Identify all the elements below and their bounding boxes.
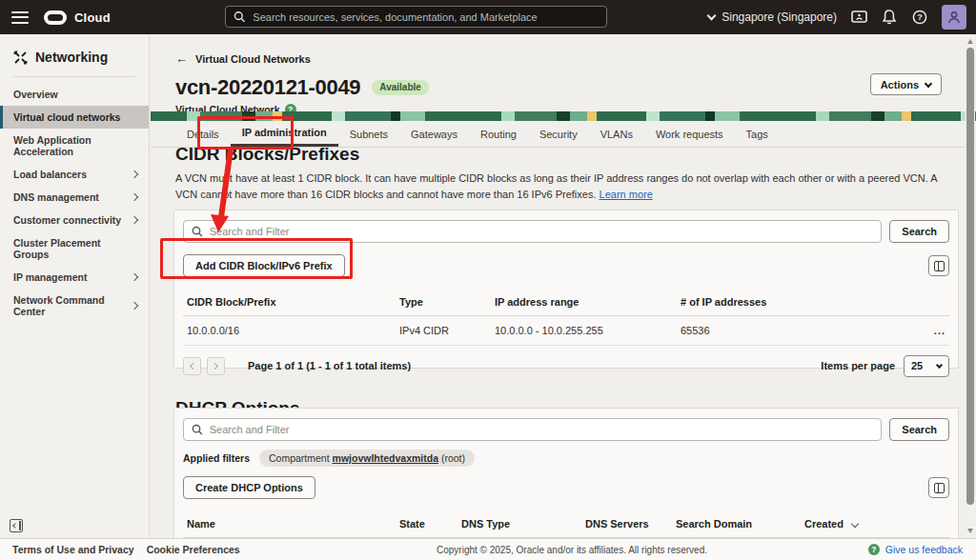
dhcp-table: Name State DNS Type DNS Servers Search D… [183,510,949,538]
dhcp-search-input[interactable] [210,424,874,435]
sidebar-item-customer-connectivity[interactable]: Customer connectivity [0,209,149,231]
sidebar-title: Networking [35,50,108,65]
manage-columns-button[interactable] [928,255,949,276]
tab-security[interactable]: Security [528,121,589,147]
dhcp-card: Search Applied filters Compartment mwjov… [173,408,959,538]
col-header-state: State [396,510,458,538]
tab-details[interactable]: Details [175,121,231,147]
col-header-cidr: CIDR Block/Prefix [183,289,396,316]
search-icon [234,10,245,23]
cell-cidr: 10.0.0.0/16 [183,316,396,346]
chevron-down-icon [936,361,943,368]
cidr-table-header-row: CIDR Block/Prefix Type IP address range … [183,289,949,316]
sidebar-item-dns-management[interactable]: DNS management [0,186,149,209]
cell-type: IPv4 CIDR [396,316,491,346]
decorative-banner [151,111,976,121]
sort-chevron-icon [851,520,859,528]
sidebar-item-cluster-placement-groups[interactable]: Cluster Placement Groups [0,231,149,266]
svg-text:?: ? [917,12,923,22]
tab-routing[interactable]: Routing [469,121,528,147]
chevron-right-icon [212,362,218,369]
next-page-button[interactable] [207,357,225,375]
sidebar-collapse-icon[interactable] [10,519,23,532]
cidr-search-filter[interactable] [183,220,882,243]
col-header-dns-type: DNS Type [458,510,581,538]
tab-ip-administration[interactable]: IP administration [231,121,338,147]
search-icon [192,424,203,435]
scroll-down-arrow[interactable] [967,529,973,533]
copyright-text: Copyright © 2025, Oracle and/or its affi… [437,545,707,555]
page-title: vcn-20220121-0049 [175,75,360,100]
chevron-right-icon [131,193,138,201]
feedback-help-icon: ? [868,544,880,555]
col-header-name: Name [183,510,396,538]
help-icon[interactable]: ? [911,9,928,26]
sidebar-item-overview[interactable]: Overview [0,83,149,106]
region-selector[interactable]: Singapore (Singapore) [708,10,837,24]
table-row: 10.0.0.0/16 IPv4 CIDR 10.0.0.0 - 10.0.25… [183,316,949,346]
items-per-page-label: Items per page [821,360,895,371]
learn-more-link[interactable]: Learn more [600,189,653,200]
logo-label: Cloud [74,10,111,25]
cookie-preferences-link[interactable]: Cookie Preferences [147,544,240,555]
tab-vlans[interactable]: VLANs [589,121,644,147]
scroll-up-arrow[interactable] [967,39,973,44]
dhcp-table-header-row: Name State DNS Type DNS Servers Search D… [183,510,949,538]
tab-gateways[interactable]: Gateways [399,121,469,147]
prev-page-button[interactable] [183,357,201,375]
col-header-dns-servers: DNS Servers [581,510,672,538]
cidr-search-input[interactable] [210,226,874,237]
global-search-input[interactable] [253,11,599,23]
divider [13,76,135,77]
columns-icon [934,483,945,493]
compartment-filter-chip[interactable]: Compartment mwjovwlhtedvaxmitda (root) [259,450,475,467]
terms-link[interactable]: Terms of Use and Privacy [12,544,134,555]
cidr-section-description: A VCN must have at least 1 CIDR block. I… [175,170,942,202]
oracle-o-icon [44,10,67,25]
tab-tags[interactable]: Tags [735,121,780,147]
announcements-icon[interactable] [850,9,867,26]
give-feedback-link[interactable]: Give us feedback [885,544,963,555]
chevron-right-icon [131,216,138,224]
main-content: ← Virtual Cloud Networks vcn-20220121-00… [151,34,976,538]
back-arrow-icon: ← [175,51,188,66]
col-header-type: Type [396,289,491,316]
sidebar-item-load-balancers[interactable]: Load balancers [0,163,149,186]
user-avatar[interactable] [942,5,966,30]
chevron-down-icon [925,79,932,87]
chevron-right-icon [131,273,138,281]
search-icon [192,226,203,237]
tab-work-requests[interactable]: Work requests [644,121,735,147]
create-dhcp-options-button[interactable]: Create DHCP Options [183,476,315,499]
col-header-ip-count: # of IP addresses [677,289,886,316]
vertical-scrollbar[interactable] [966,36,975,536]
dhcp-search-button[interactable]: Search [889,418,949,441]
networking-icon [13,50,28,65]
tab-subnets[interactable]: Subnets [338,121,399,147]
items-per-page-select[interactable]: 25 [904,355,949,377]
sidebar-item-web-application-acceleration[interactable]: Web Application Acceleration [0,129,149,163]
breadcrumb[interactable]: ← Virtual Cloud Networks [175,51,976,66]
row-actions-menu[interactable]: ... [886,316,949,346]
col-header-search-domain: Search Domain [672,510,801,538]
manage-columns-button[interactable] [928,477,949,498]
cidr-search-button[interactable]: Search [889,220,949,243]
dhcp-search-filter[interactable] [183,418,882,441]
sidebar-item-ip-management[interactable]: IP management [0,266,149,289]
hamburger-menu-icon[interactable] [11,11,29,24]
sidebar-item-virtual-cloud-networks[interactable]: Virtual cloud networks [0,106,149,129]
oracle-cloud-logo[interactable]: Cloud [44,10,111,25]
scrollbar-thumb[interactable] [966,48,974,505]
sidebar-item-network-command-center[interactable]: Network Command Center [0,289,149,323]
chevron-right-icon [131,170,138,178]
region-label: Singapore (Singapore) [722,10,837,24]
notifications-bell-icon[interactable] [881,9,898,26]
top-bar: Cloud Singapore (Singapore) ? [0,0,976,34]
applied-filters-label: Applied filters [183,452,250,464]
global-search-bar[interactable] [225,6,607,28]
add-cidr-block-button[interactable]: Add CIDR Block/IPv6 Prefix [183,254,345,277]
col-header-created[interactable]: Created [801,510,949,538]
pagination: Page 1 of 1 (1 - 1 of 1 total items) Ite… [174,346,958,386]
sidebar: Networking Overview Virtual cloud networ… [0,34,150,538]
actions-button[interactable]: Actions [870,73,942,95]
